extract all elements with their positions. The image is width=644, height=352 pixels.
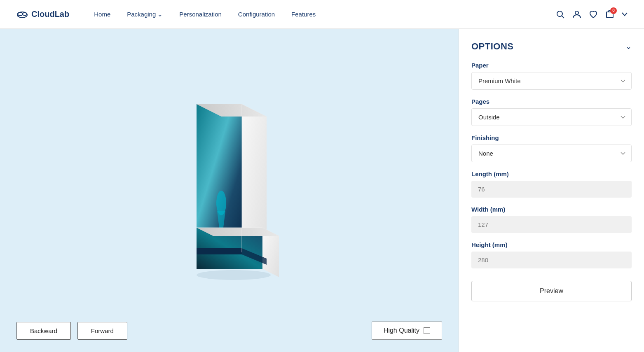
nav-personalization[interactable]: Personalization [179,11,222,18]
length-label: Length (mm) [471,170,632,177]
viewer-controls: Backward Forward High Quality [0,322,459,340]
width-group: Width (mm) [471,206,632,233]
height-label: Height (mm) [471,241,632,248]
paper-select[interactable]: Premium White Standard White Kraft Brown [471,72,632,90]
svg-line-4 [562,16,564,18]
options-collapse-icon[interactable]: ⌄ [625,42,632,51]
pages-select[interactable]: Outside Inside Both [471,108,632,126]
3d-box-viewer [176,96,283,285]
height-group: Height (mm) [471,241,632,268]
pages-label: Pages [471,98,632,105]
navbar: CloudLab Home Packaging ⌄ Personalizatio… [0,0,644,29]
logo[interactable]: CloudLab [16,9,69,19]
high-quality-checkbox[interactable] [424,327,430,334]
user-icon[interactable] [572,10,581,19]
backward-button[interactable]: Backward [16,322,71,340]
height-input[interactable] [471,252,632,268]
svg-point-5 [575,11,578,14]
svg-point-3 [557,11,562,16]
pages-group: Pages Outside Inside Both [471,98,632,126]
paper-group: Paper Premium White Standard White Kraft… [471,62,632,90]
finishing-label: Finishing [471,134,632,141]
wishlist-icon[interactable] [589,10,598,19]
main-area: Backward Forward High Quality OPTIONS ⌄ … [0,29,644,352]
high-quality-label[interactable]: High Quality [372,322,442,340]
nav-configuration[interactable]: Configuration [238,11,275,18]
nav-features[interactable]: Features [291,11,316,18]
cart-dropdown-icon[interactable] [622,12,628,16]
svg-point-1 [18,12,23,16]
finishing-select[interactable]: None Gloss Matte Soft Touch [471,145,632,162]
width-input[interactable] [471,216,632,233]
search-icon[interactable] [556,10,565,19]
forward-button[interactable]: Forward [77,322,127,340]
paper-label: Paper [471,62,632,69]
nav-links: Home Packaging ⌄ Personalization Configu… [94,11,556,18]
nav-icons: 0 [556,10,628,19]
length-input[interactable] [471,181,632,198]
chevron-down-icon: ⌄ [157,11,163,18]
viewer-area: Backward Forward High Quality [0,29,459,352]
svg-marker-13 [197,248,242,254]
brand-name: CloudLab [31,9,69,19]
svg-point-2 [23,12,27,15]
nav-home[interactable]: Home [94,11,110,18]
preview-button[interactable]: Preview [471,281,632,301]
nav-buttons: Backward Forward [16,322,127,340]
finishing-group: Finishing None Gloss Matte Soft Touch [471,134,632,162]
cart-badge: 0 [610,7,617,14]
options-title: OPTIONS [471,41,514,52]
svg-point-19 [197,270,271,280]
options-panel: OPTIONS ⌄ Paper Premium White Standard W… [459,29,644,352]
cart-icon[interactable]: 0 [605,10,614,19]
nav-packaging[interactable]: Packaging ⌄ [127,11,163,18]
length-group: Length (mm) [471,170,632,198]
options-header: OPTIONS ⌄ [471,41,632,52]
hq-text: High Quality [384,327,419,334]
width-label: Width (mm) [471,206,632,213]
